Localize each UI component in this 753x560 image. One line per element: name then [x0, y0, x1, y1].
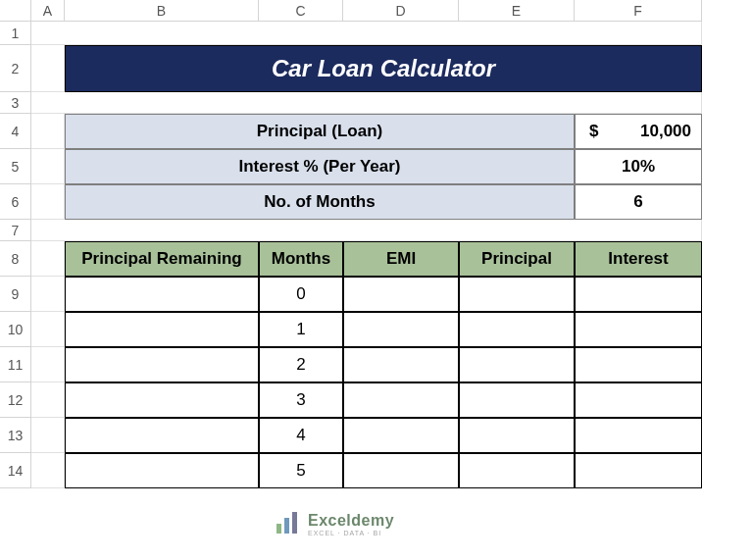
- interest-label: Interest % (Per Year): [65, 149, 575, 184]
- row-header-12[interactable]: 12: [0, 382, 31, 418]
- watermark-tagline: EXCEL · DATA · BI: [308, 530, 394, 536]
- row-header-13[interactable]: 13: [0, 418, 31, 453]
- select-all-corner[interactable]: [0, 0, 31, 22]
- th-emi: EMI: [343, 241, 459, 277]
- row-header-9[interactable]: 9: [0, 277, 31, 312]
- table-cell[interactable]: [575, 382, 702, 418]
- row-header-8[interactable]: 8: [0, 241, 31, 277]
- spreadsheet-grid: A B C D E F 1 2 Car Loan Calculator 3 4 …: [0, 0, 753, 488]
- months-label: No. of Months: [65, 184, 575, 220]
- table-cell[interactable]: [575, 453, 702, 488]
- th-months: Months: [259, 241, 343, 277]
- row-header-2[interactable]: 2: [0, 45, 31, 92]
- currency-symbol: $: [589, 122, 598, 141]
- row-header-5[interactable]: 5: [0, 149, 31, 184]
- table-cell[interactable]: [343, 277, 459, 312]
- row-header-14[interactable]: 14: [0, 453, 31, 488]
- watermark: Exceldemy EXCEL · DATA · BI: [275, 510, 394, 537]
- table-cell[interactable]: [343, 418, 459, 453]
- table-cell[interactable]: [65, 347, 259, 382]
- table-cell[interactable]: [459, 312, 575, 347]
- col-header-A[interactable]: A: [31, 0, 65, 22]
- table-cell[interactable]: 4: [259, 418, 343, 453]
- row-header-3[interactable]: 3: [0, 92, 31, 114]
- table-cell[interactable]: 5: [259, 453, 343, 488]
- table-cell[interactable]: 0: [259, 277, 343, 312]
- table-cell[interactable]: 2: [259, 347, 343, 382]
- th-principal-remaining: Principal Remaining: [65, 241, 259, 277]
- table-cell[interactable]: [65, 453, 259, 488]
- th-interest: Interest: [575, 241, 702, 277]
- principal-value-cell[interactable]: $ 10,000: [575, 114, 702, 149]
- bar-chart-icon: [275, 510, 302, 537]
- table-cell[interactable]: [459, 418, 575, 453]
- table-cell[interactable]: [575, 312, 702, 347]
- principal-amount: 10,000: [640, 122, 691, 141]
- watermark-brand: Exceldemy: [308, 512, 394, 530]
- table-cell[interactable]: [575, 418, 702, 453]
- col-header-C[interactable]: C: [259, 0, 343, 22]
- table-cell[interactable]: 3: [259, 382, 343, 418]
- table-cell[interactable]: [575, 277, 702, 312]
- table-cell[interactable]: [343, 453, 459, 488]
- table-cell[interactable]: [459, 277, 575, 312]
- table-cell[interactable]: [459, 347, 575, 382]
- col-header-D[interactable]: D: [343, 0, 459, 22]
- table-cell[interactable]: [343, 347, 459, 382]
- col-header-E[interactable]: E: [459, 0, 575, 22]
- months-value-cell[interactable]: 6: [575, 184, 702, 220]
- principal-label: Principal (Loan): [65, 114, 575, 149]
- row-header-11[interactable]: 11: [0, 347, 31, 382]
- table-cell[interactable]: [65, 277, 259, 312]
- th-principal: Principal: [459, 241, 575, 277]
- table-cell[interactable]: [65, 312, 259, 347]
- table-cell[interactable]: [343, 312, 459, 347]
- interest-value-cell[interactable]: 10%: [575, 149, 702, 184]
- row-header-10[interactable]: 10: [0, 312, 31, 347]
- table-cell[interactable]: [459, 453, 575, 488]
- table-cell[interactable]: [343, 382, 459, 418]
- row-header-4[interactable]: 4: [0, 114, 31, 149]
- table-cell[interactable]: 1: [259, 312, 343, 347]
- col-header-B[interactable]: B: [65, 0, 259, 22]
- table-cell[interactable]: [65, 382, 259, 418]
- table-cell[interactable]: [459, 382, 575, 418]
- row-header-1[interactable]: 1: [0, 22, 31, 45]
- table-cell[interactable]: [65, 418, 259, 453]
- page-title: Car Loan Calculator: [65, 45, 702, 92]
- col-header-F[interactable]: F: [575, 0, 702, 22]
- row-header-7[interactable]: 7: [0, 220, 31, 241]
- row-header-6[interactable]: 6: [0, 184, 31, 220]
- table-cell[interactable]: [575, 347, 702, 382]
